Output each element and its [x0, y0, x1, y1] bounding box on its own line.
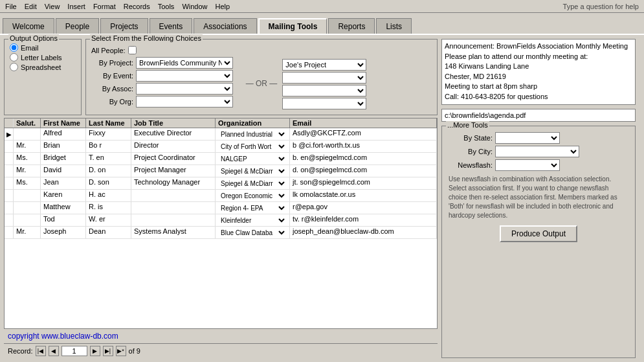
menu-view[interactable]: View: [41, 2, 64, 11]
td-last: D. on: [86, 165, 131, 177]
table-row[interactable]: Ms. Bridget T. en Project Coordinator NA…: [5, 153, 437, 165]
table-row[interactable]: Tod W. er Kleinfelder tv. r@kleinfelder.…: [5, 214, 437, 227]
nav-first-btn[interactable]: |◀: [36, 346, 46, 356]
org-select[interactable]: Spiegel & McDiarr: [218, 178, 287, 188]
radio-letter-row: Letter Labels: [10, 53, 76, 62]
by-assoc-select2[interactable]: [282, 85, 366, 96]
copyright-link[interactable]: copyright www.blueclaw-db.com: [4, 329, 122, 343]
tab-mailing-tools[interactable]: Mailing Tools: [258, 18, 328, 34]
td-title: [131, 214, 216, 226]
by-project-select1[interactable]: BrownFields Community Net...: [136, 57, 233, 69]
tab-projects[interactable]: Projects: [100, 18, 148, 34]
org-select[interactable]: NALGEP: [218, 153, 287, 164]
td-first: Joseph: [41, 227, 86, 238]
tab-welcome[interactable]: Welcome: [3, 18, 54, 34]
radio-letter[interactable]: [10, 53, 18, 62]
nav-next-btn[interactable]: ▶: [90, 346, 100, 356]
tab-associations[interactable]: Associations: [194, 18, 256, 34]
by-city-row: By City:: [447, 146, 630, 157]
by-state-label: By State:: [447, 134, 493, 142]
menu-format[interactable]: Format: [89, 2, 120, 11]
tab-lists[interactable]: Lists: [376, 18, 412, 34]
by-org-select2[interactable]: [282, 98, 366, 109]
td-last: H. ac: [86, 190, 131, 201]
nav-bar: Record: |◀ ◀ ▶ ▶| ▶* of 9: [4, 343, 438, 358]
td-last: W. er: [86, 214, 131, 226]
td-last: Dean: [86, 227, 131, 238]
by-assoc-select1[interactable]: [136, 83, 233, 95]
tab-people[interactable]: People: [56, 18, 99, 34]
all-people-checkbox[interactable]: [128, 46, 137, 54]
nav-new-btn[interactable]: ▶*: [116, 346, 126, 356]
by-org-select1[interactable]: [136, 96, 233, 107]
org-select[interactable]: Planned Industrial: [218, 129, 287, 139]
org-select[interactable]: Oregon Economic: [218, 190, 287, 201]
nav-of-label: of 9: [129, 347, 140, 355]
tab-reports[interactable]: Reports: [328, 18, 375, 34]
td-title: Project Manager: [131, 165, 216, 177]
td-first: David: [41, 165, 86, 177]
td-last: Fixxy: [86, 128, 131, 140]
main-content: Output Options Email Letter Labels Sprea…: [0, 34, 644, 362]
td-title: Director: [131, 141, 216, 152]
menu-window[interactable]: Window: [178, 2, 211, 11]
td-org: Blue Claw Databa: [216, 227, 290, 238]
td-org: Kleinfelder: [216, 214, 290, 226]
td-org: Oregon Economic: [216, 190, 290, 201]
newsflash-select[interactable]: [495, 159, 560, 171]
nav-current-input[interactable]: [61, 346, 87, 356]
menu-edit[interactable]: Edit: [21, 2, 41, 11]
more-tools-box: ...More Tools By State: By City: Newsfla…: [441, 126, 636, 358]
by-event-select2[interactable]: [282, 72, 366, 84]
nav-prev-btn[interactable]: ◀: [49, 346, 59, 356]
filepath-input[interactable]: [441, 109, 636, 122]
td-email: d. on@spiegelmcd.com: [290, 165, 437, 177]
by-project-select2[interactable]: Joe's Project: [282, 59, 366, 71]
table-row[interactable]: ▶ Alfred Fixxy Executive Director Planne…: [5, 128, 437, 141]
td-title: [131, 202, 216, 214]
row-indicator: [5, 177, 14, 189]
menu-records[interactable]: Records: [120, 2, 154, 11]
menu-tools[interactable]: Tools: [154, 2, 179, 11]
org-select[interactable]: Region 4- EPA: [218, 203, 287, 213]
td-salut: [14, 202, 41, 214]
table-row[interactable]: Ms. Jean D. son Technology Manager Spieg…: [5, 177, 437, 190]
menu-help[interactable]: Help: [212, 2, 234, 11]
by-event-select1[interactable]: [136, 70, 233, 82]
newsflash-label: Newsflash:: [447, 161, 493, 169]
td-email: r@epa.gov: [290, 202, 437, 214]
menu-file[interactable]: File: [1, 2, 21, 11]
org-select[interactable]: Blue Claw Databa: [218, 227, 287, 238]
copyright-area: copyright www.blueclaw-db.com: [4, 332, 438, 341]
row-indicator: [5, 227, 14, 238]
org-select[interactable]: Spiegel & McDiarr: [218, 166, 287, 176]
td-title: Technology Manager: [131, 177, 216, 189]
by-state-select[interactable]: [495, 132, 560, 144]
by-event-row2: [282, 72, 432, 84]
menubar: File Edit View Insert Format Records Too…: [0, 0, 644, 13]
radio-letter-label: Letter Labels: [21, 54, 62, 62]
table-row[interactable]: Matthew R. is Region 4- EPA r@epa.gov: [5, 202, 437, 214]
by-city-select[interactable]: [495, 146, 579, 157]
announcement-text: Please plan to attend our monthly meetin…: [445, 52, 632, 102]
table-row[interactable]: Karen H. ac Oregon Economic lk omolacsta…: [5, 190, 437, 202]
tab-events[interactable]: Events: [150, 18, 193, 34]
by-project-row: By Project: BrownFields Community Net...: [91, 57, 241, 69]
menu-insert[interactable]: Insert: [63, 2, 89, 11]
th-first: First Name: [41, 119, 86, 128]
table-row[interactable]: Mr. Joseph Dean Systems Analyst Blue Cla…: [5, 227, 437, 239]
by-event-label: By Event:: [91, 72, 133, 80]
table-row[interactable]: Mr. David D. on Project Manager Spiegel …: [5, 165, 437, 177]
radio-email[interactable]: [10, 43, 18, 52]
radio-spreadsheet[interactable]: [10, 63, 18, 71]
org-select[interactable]: City of Forth Wort: [218, 141, 287, 152]
table-row[interactable]: Mr. Brian Bo r Director City of Forth Wo…: [5, 141, 437, 153]
org-select[interactable]: Kleinfelder: [218, 215, 287, 225]
produce-output-button[interactable]: Produce Output: [500, 225, 577, 242]
all-people-label: All People:: [91, 47, 126, 54]
nav-last-btn[interactable]: ▶|: [103, 346, 113, 356]
row-indicator: [5, 202, 14, 214]
left-panel: Output Options Email Letter Labels Sprea…: [4, 39, 438, 358]
th-email: Email: [290, 119, 437, 128]
td-last: D. son: [86, 177, 131, 189]
